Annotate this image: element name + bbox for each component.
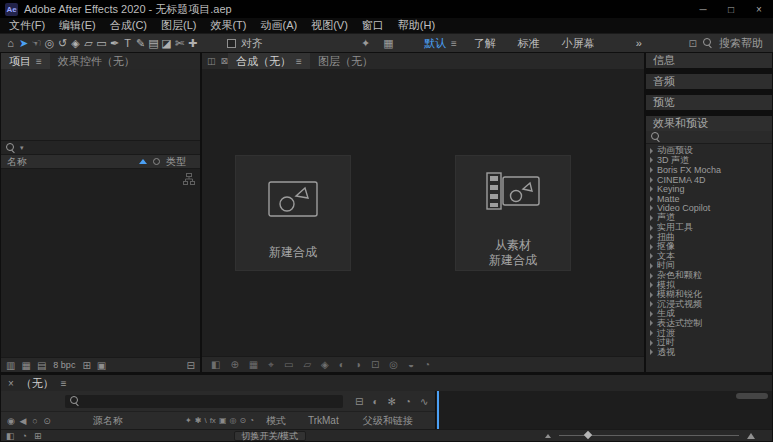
mask-path-visibility-icon[interactable]: ✦	[359, 37, 372, 50]
layer-switch-icon[interactable]: ◎	[229, 416, 236, 425]
chevron-right-icon[interactable]	[650, 157, 653, 163]
menu-item[interactable]: 合成(C)	[103, 18, 154, 33]
mode-column-label[interactable]: 模式	[266, 414, 286, 428]
effect-category-item[interactable]: CINEMA 4D	[646, 175, 772, 185]
close-button[interactable]: ×	[745, 4, 773, 15]
panel-box-icon[interactable]: ⊡	[689, 38, 697, 49]
new-folder-icon[interactable]: ⊞	[82, 360, 90, 371]
fast-previews-icon[interactable]: ⊡	[371, 359, 379, 370]
horizontal-scrollbar[interactable]	[736, 393, 768, 399]
shape-tool-icon[interactable]: ▭	[95, 37, 108, 50]
chevron-right-icon[interactable]	[650, 225, 653, 231]
mask-visibility-icon[interactable]: ⌖	[268, 359, 274, 371]
hide-shy-layers-icon[interactable]: ✻	[387, 396, 395, 407]
chevron-right-icon[interactable]	[650, 244, 653, 250]
trkmat-column-label[interactable]: TrkMat	[308, 415, 339, 426]
workspace-tab-default[interactable]: 默认	[413, 36, 451, 51]
project-column-header[interactable]: 名称 类型	[1, 155, 200, 169]
layer-switch-icon[interactable]: ⊙	[239, 416, 246, 425]
chevron-right-icon[interactable]	[650, 177, 653, 183]
grid-overlay-icon[interactable]: ▦	[382, 37, 395, 50]
chevron-right-icon[interactable]	[650, 349, 653, 355]
panel-menu-icon[interactable]: ≡	[61, 378, 67, 389]
menu-item[interactable]: 窗口	[355, 18, 391, 33]
chevron-right-icon[interactable]	[650, 292, 653, 298]
always-preview-icon[interactable]: ◧	[211, 359, 220, 370]
toggle-switches-modes-button[interactable]: 切换开关/模式	[234, 431, 307, 441]
workspace-tab[interactable]: 小屏幕	[551, 36, 606, 51]
type-tool-icon[interactable]: T	[121, 37, 134, 49]
chevron-right-icon[interactable]	[650, 196, 653, 202]
snap-checkbox[interactable]	[227, 39, 236, 48]
thumbnail-view-icon[interactable]: ▦	[21, 360, 30, 371]
time-ruler-area[interactable]	[435, 391, 772, 429]
chevron-right-icon[interactable]	[650, 205, 653, 211]
zoom-tool-icon[interactable]: ◎	[43, 37, 56, 50]
layer-switch-icon[interactable]: fx	[210, 416, 216, 425]
chevron-right-icon[interactable]	[650, 301, 653, 307]
menu-item[interactable]: 编辑(E)	[52, 18, 103, 33]
effect-category-item[interactable]: 透视	[646, 347, 772, 357]
tab-effect-controls[interactable]: 效果控件（无）	[50, 53, 143, 69]
side-panel-header[interactable]: 音频	[646, 74, 772, 89]
flowchart-icon[interactable]	[183, 173, 195, 185]
panel-menu-icon[interactable]: ≡	[36, 56, 42, 67]
menu-item[interactable]: 效果(T)	[203, 18, 253, 33]
chevron-right-icon[interactable]	[650, 167, 653, 173]
effects-search[interactable]	[646, 131, 772, 144]
workspace-menu-icon[interactable]: ≡	[451, 38, 463, 49]
chevron-right-icon[interactable]	[650, 263, 653, 269]
tab-layer[interactable]: 图层（无）	[310, 53, 381, 69]
transparency-grid-icon[interactable]: ▱	[303, 359, 311, 370]
camera-tool-icon[interactable]: ◈	[69, 37, 82, 50]
graph-editor-icon[interactable]: ∿	[420, 396, 428, 407]
timeline-search-input[interactable]	[65, 395, 343, 408]
new-composition-icon[interactable]: ▣	[97, 360, 106, 371]
solo-icon[interactable]: ○	[29, 416, 41, 426]
expand-layer-switches-icon[interactable]: ◧	[6, 431, 15, 441]
new-composition-from-footage-button[interactable]: 从素材 新建合成	[455, 155, 571, 271]
audio-icon[interactable]: ◀	[17, 416, 29, 426]
zoom-slider-handle[interactable]	[584, 431, 592, 439]
effect-category-item[interactable]: Keying	[646, 184, 772, 194]
menu-item[interactable]: 帮助(H)	[391, 18, 442, 33]
chevron-right-icon[interactable]	[650, 320, 653, 326]
chevron-right-icon[interactable]	[650, 234, 653, 240]
chevron-right-icon[interactable]	[650, 340, 653, 346]
zoom-in-icon[interactable]	[747, 433, 755, 439]
eraser-tool-icon[interactable]: ◪	[160, 37, 173, 50]
frame-blending-icon[interactable]: ◔	[405, 396, 411, 407]
hand-tool-icon[interactable]: ☜	[30, 37, 43, 50]
layer-switch-icon[interactable]: \	[204, 416, 206, 425]
workspace-tab[interactable]: 了解	[463, 36, 507, 51]
chevron-right-icon[interactable]	[650, 186, 653, 192]
layer-switch-icon[interactable]: ✦	[185, 416, 192, 425]
maximize-button[interactable]: □	[717, 4, 745, 15]
snap-toggle[interactable]: 对齐	[227, 36, 263, 51]
grid-and-guides-icon[interactable]: ▦	[249, 359, 258, 370]
interpret-footage-icon[interactable]: ▥	[6, 360, 15, 371]
help-search[interactable]: ⊡ 搜索帮助	[689, 36, 769, 51]
close-icon[interactable]: ×	[8, 378, 14, 389]
menu-item[interactable]: 动画(A)	[254, 18, 305, 33]
camera-view-icon[interactable]: ◈	[321, 359, 329, 370]
side-panel-header[interactable]: 预览	[646, 95, 772, 110]
menu-item[interactable]: 图层(L)	[154, 18, 203, 33]
chevron-right-icon[interactable]	[650, 330, 653, 336]
layer-switch-icon[interactable]: ▣	[219, 416, 227, 425]
color-depth-button[interactable]: 8 bpc	[53, 360, 75, 370]
exposure-icon[interactable]: ◔	[424, 359, 430, 370]
list-view-icon[interactable]: ▤	[37, 360, 46, 371]
viewer-panel-icon[interactable]: ◫	[207, 56, 216, 66]
effect-category-item[interactable]: Boris FX Mocha	[646, 165, 772, 175]
roto-brush-tool-icon[interactable]: ✄	[173, 37, 186, 50]
chevron-right-icon[interactable]	[650, 311, 653, 317]
selection-tool-icon[interactable]: ➤	[17, 37, 30, 50]
rotation-tool-icon[interactable]: ↺	[56, 37, 69, 50]
home-icon[interactable]: ⌂	[4, 37, 17, 49]
tab-project[interactable]: 项目 ≡	[1, 53, 50, 69]
magnification-menu-icon[interactable]: ⊕	[230, 359, 238, 370]
pan-behind-tool-icon[interactable]: ▱	[82, 37, 95, 50]
puppet-tool-icon[interactable]: ✚	[186, 37, 199, 50]
video-eye-icon[interactable]: ◉	[5, 416, 17, 426]
